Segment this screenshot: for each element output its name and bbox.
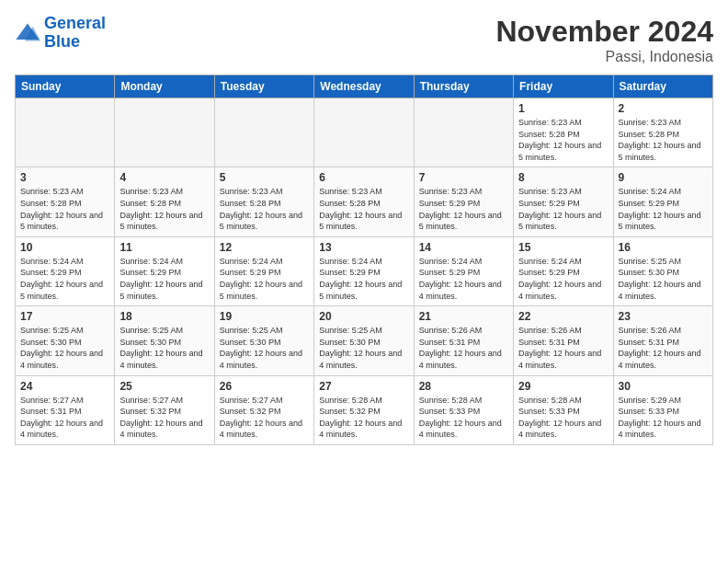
day-info: Sunrise: 5:26 AM Sunset: 5:31 PM Dayligh… (619, 325, 708, 371)
day-number: 10 (20, 241, 109, 254)
day-number: 22 (518, 310, 608, 323)
day-info: Sunrise: 5:23 AM Sunset: 5:29 PM Dayligh… (419, 186, 508, 232)
day-number: 5 (220, 171, 309, 184)
day-info: Sunrise: 5:23 AM Sunset: 5:28 PM Dayligh… (518, 117, 608, 163)
day-number: 14 (419, 241, 508, 254)
calendar-cell: 7Sunrise: 5:23 AM Sunset: 5:29 PM Daylig… (414, 167, 513, 236)
day-number: 11 (119, 241, 209, 254)
day-info: Sunrise: 5:24 AM Sunset: 5:29 PM Dayligh… (119, 256, 209, 302)
day-info: Sunrise: 5:23 AM Sunset: 5:28 PM Dayligh… (220, 186, 309, 232)
calendar-cell (16, 98, 115, 167)
calendar-cell: 24Sunrise: 5:27 AM Sunset: 5:31 PM Dayli… (16, 375, 115, 444)
calendar-cell: 25Sunrise: 5:27 AM Sunset: 5:32 PM Dayli… (115, 375, 214, 444)
calendar-cell: 17Sunrise: 5:25 AM Sunset: 5:30 PM Dayli… (16, 306, 115, 375)
calendar-cell: 6Sunrise: 5:23 AM Sunset: 5:28 PM Daylig… (314, 167, 414, 236)
day-info: Sunrise: 5:25 AM Sunset: 5:30 PM Dayligh… (619, 256, 708, 302)
day-info: Sunrise: 5:24 AM Sunset: 5:29 PM Dayligh… (518, 256, 608, 302)
calendar-table: SundayMondayTuesdayWednesdayThursdayFrid… (15, 75, 713, 445)
day-info: Sunrise: 5:27 AM Sunset: 5:32 PM Dayligh… (220, 395, 309, 441)
weekday-header: Saturday (613, 75, 712, 98)
day-info: Sunrise: 5:23 AM Sunset: 5:28 PM Dayligh… (119, 186, 209, 232)
calendar-cell: 9Sunrise: 5:24 AM Sunset: 5:29 PM Daylig… (613, 167, 712, 236)
calendar-cell: 27Sunrise: 5:28 AM Sunset: 5:32 PM Dayli… (314, 375, 414, 444)
day-number: 19 (220, 310, 309, 323)
day-number: 23 (619, 310, 708, 323)
day-info: Sunrise: 5:25 AM Sunset: 5:30 PM Dayligh… (220, 325, 309, 371)
day-number: 3 (20, 171, 109, 184)
calendar-cell: 23Sunrise: 5:26 AM Sunset: 5:31 PM Dayli… (613, 306, 712, 375)
weekday-header: Monday (115, 75, 214, 98)
day-info: Sunrise: 5:23 AM Sunset: 5:29 PM Dayligh… (518, 186, 608, 232)
calendar-cell: 11Sunrise: 5:24 AM Sunset: 5:29 PM Dayli… (115, 236, 214, 305)
day-number: 13 (319, 241, 408, 254)
day-number: 2 (619, 102, 708, 115)
day-number: 26 (220, 380, 309, 393)
day-number: 1 (518, 102, 608, 115)
day-number: 8 (518, 171, 608, 184)
day-info: Sunrise: 5:23 AM Sunset: 5:28 PM Dayligh… (20, 186, 109, 232)
calendar-cell (214, 98, 313, 167)
day-number: 30 (619, 380, 708, 393)
day-info: Sunrise: 5:27 AM Sunset: 5:31 PM Dayligh… (20, 395, 109, 441)
weekday-header: Friday (514, 75, 613, 98)
weekday-header: Thursday (414, 75, 513, 98)
day-info: Sunrise: 5:23 AM Sunset: 5:28 PM Dayligh… (619, 117, 708, 163)
calendar-cell: 30Sunrise: 5:29 AM Sunset: 5:33 PM Dayli… (613, 375, 712, 444)
logo: General Blue (15, 15, 106, 52)
logo-icon (15, 20, 40, 46)
calendar-cell (414, 98, 513, 167)
day-info: Sunrise: 5:24 AM Sunset: 5:29 PM Dayligh… (20, 256, 109, 302)
calendar-cell: 20Sunrise: 5:25 AM Sunset: 5:30 PM Dayli… (314, 306, 414, 375)
day-number: 20 (319, 310, 408, 323)
day-number: 6 (319, 171, 408, 184)
location: Passi, Indonesia (495, 49, 713, 65)
day-info: Sunrise: 5:28 AM Sunset: 5:33 PM Dayligh… (518, 395, 608, 441)
calendar-cell: 29Sunrise: 5:28 AM Sunset: 5:33 PM Dayli… (514, 375, 613, 444)
day-info: Sunrise: 5:26 AM Sunset: 5:31 PM Dayligh… (518, 325, 608, 371)
day-number: 18 (119, 310, 209, 323)
day-info: Sunrise: 5:27 AM Sunset: 5:32 PM Dayligh… (119, 395, 209, 441)
weekday-header: Tuesday (214, 75, 313, 98)
month-title: November 2024 (495, 15, 713, 49)
calendar-cell: 13Sunrise: 5:24 AM Sunset: 5:29 PM Dayli… (314, 236, 414, 305)
calendar-cell: 10Sunrise: 5:24 AM Sunset: 5:29 PM Dayli… (16, 236, 115, 305)
calendar-cell (115, 98, 214, 167)
day-number: 17 (20, 310, 109, 323)
calendar-cell: 4Sunrise: 5:23 AM Sunset: 5:28 PM Daylig… (115, 167, 214, 236)
day-number: 9 (619, 171, 708, 184)
day-info: Sunrise: 5:28 AM Sunset: 5:32 PM Dayligh… (319, 395, 408, 441)
day-number: 4 (119, 171, 209, 184)
calendar-cell (314, 98, 414, 167)
calendar-cell: 21Sunrise: 5:26 AM Sunset: 5:31 PM Dayli… (414, 306, 513, 375)
calendar-cell: 22Sunrise: 5:26 AM Sunset: 5:31 PM Dayli… (514, 306, 613, 375)
logo-line2: Blue (44, 33, 106, 52)
weekday-header: Sunday (16, 75, 115, 98)
day-info: Sunrise: 5:23 AM Sunset: 5:28 PM Dayligh… (319, 186, 408, 232)
day-number: 28 (419, 380, 508, 393)
title-block: November 2024 Passi, Indonesia (495, 15, 713, 65)
calendar-cell: 1Sunrise: 5:23 AM Sunset: 5:28 PM Daylig… (514, 98, 613, 167)
day-number: 12 (220, 241, 309, 254)
day-number: 7 (419, 171, 508, 184)
day-number: 29 (518, 380, 608, 393)
day-number: 21 (419, 310, 508, 323)
day-number: 27 (319, 380, 408, 393)
day-info: Sunrise: 5:25 AM Sunset: 5:30 PM Dayligh… (20, 325, 109, 371)
day-number: 16 (619, 241, 708, 254)
calendar-cell: 2Sunrise: 5:23 AM Sunset: 5:28 PM Daylig… (613, 98, 712, 167)
page-header: General Blue November 2024 Passi, Indone… (15, 15, 713, 65)
calendar-cell: 19Sunrise: 5:25 AM Sunset: 5:30 PM Dayli… (214, 306, 313, 375)
weekday-header: Wednesday (314, 75, 414, 98)
calendar-cell: 28Sunrise: 5:28 AM Sunset: 5:33 PM Dayli… (414, 375, 513, 444)
day-info: Sunrise: 5:24 AM Sunset: 5:29 PM Dayligh… (220, 256, 309, 302)
day-info: Sunrise: 5:25 AM Sunset: 5:30 PM Dayligh… (319, 325, 408, 371)
day-number: 15 (518, 241, 608, 254)
day-info: Sunrise: 5:25 AM Sunset: 5:30 PM Dayligh… (119, 325, 209, 371)
calendar-cell: 3Sunrise: 5:23 AM Sunset: 5:28 PM Daylig… (16, 167, 115, 236)
day-number: 25 (119, 380, 209, 393)
calendar-cell: 26Sunrise: 5:27 AM Sunset: 5:32 PM Dayli… (214, 375, 313, 444)
day-info: Sunrise: 5:29 AM Sunset: 5:33 PM Dayligh… (619, 395, 708, 441)
day-number: 24 (20, 380, 109, 393)
day-info: Sunrise: 5:24 AM Sunset: 5:29 PM Dayligh… (319, 256, 408, 302)
day-info: Sunrise: 5:26 AM Sunset: 5:31 PM Dayligh… (419, 325, 508, 371)
